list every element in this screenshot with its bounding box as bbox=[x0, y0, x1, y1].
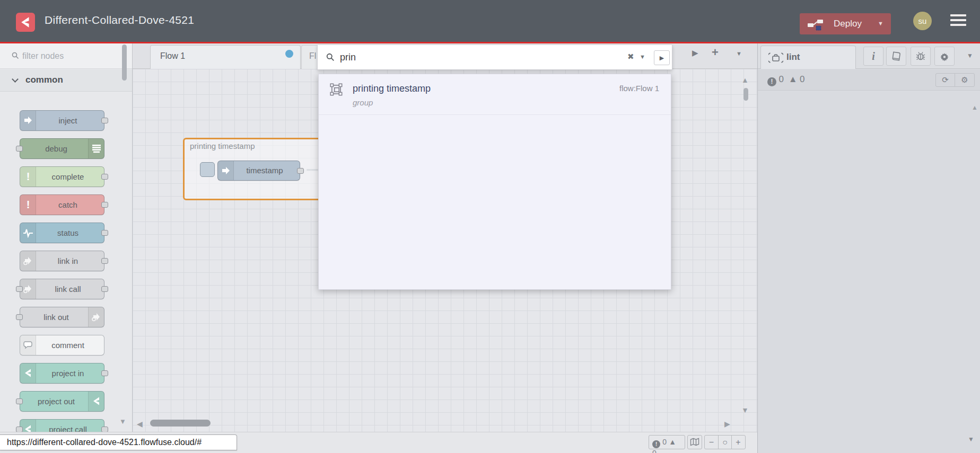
palette-node-debug[interactable]: debug bbox=[20, 138, 104, 159]
zoom-in-icon[interactable]: + bbox=[731, 436, 745, 449]
sidebar-tabs-caret-icon[interactable]: ▼ bbox=[967, 52, 973, 59]
gear-icon bbox=[939, 51, 950, 62]
palette-node-comment[interactable]: comment bbox=[20, 335, 104, 356]
main-menu-icon[interactable] bbox=[950, 14, 966, 28]
search-results-panel: printing timestamp group flow:Flow 1 bbox=[318, 74, 671, 290]
palette-node-project-out[interactable]: project out bbox=[20, 391, 104, 412]
inject-arrow-icon bbox=[218, 161, 234, 180]
canvas-node-label: timestamp bbox=[234, 161, 295, 180]
node-port-left bbox=[16, 146, 23, 152]
node-port-left bbox=[16, 314, 23, 320]
sidebar-scroll-up-icon[interactable]: ▲ bbox=[972, 104, 978, 111]
sidebar-tab-lint[interactable]: lint bbox=[760, 46, 856, 69]
node-port-right bbox=[101, 118, 108, 123]
zoom-out-icon[interactable]: − bbox=[705, 436, 718, 449]
canvas-scroll-down-icon[interactable]: ▼ bbox=[741, 406, 749, 414]
palette-scroll-down-icon[interactable]: ▼ bbox=[119, 418, 126, 425]
search-result-row[interactable]: printing timestamp group flow:Flow 1 bbox=[319, 74, 671, 115]
navigator-toggle[interactable] bbox=[687, 435, 702, 449]
sidebar-footer-caret-icon[interactable]: ▼ bbox=[968, 436, 974, 443]
node-port-right bbox=[101, 286, 108, 292]
palette-node-link-out[interactable]: link out bbox=[20, 307, 104, 327]
palette-node-label: catch bbox=[36, 195, 100, 215]
sidebar-tab-info[interactable]: i bbox=[863, 47, 883, 66]
palette-node-inject[interactable]: inject bbox=[20, 110, 104, 131]
info-icon: i bbox=[864, 47, 883, 65]
bug-icon bbox=[915, 51, 926, 61]
browser-status-tooltip: https://different-collared-dove-4521.flo… bbox=[0, 434, 237, 450]
footer-notification-counts[interactable]: ! 0 ▲ 0 bbox=[649, 435, 685, 449]
flowfuse-logo-glyph bbox=[19, 15, 32, 29]
lint-actions: ⟳⚙ bbox=[935, 73, 975, 87]
group-icon bbox=[329, 83, 344, 97]
palette-node-link-call[interactable]: link call bbox=[20, 279, 104, 299]
node-port-right bbox=[101, 258, 108, 264]
node-port-right bbox=[101, 174, 108, 180]
group-label: printing timestamp bbox=[190, 141, 255, 150]
exclamation-icon: ! bbox=[20, 195, 36, 215]
sidebar-tab-config[interactable] bbox=[934, 47, 955, 66]
category-label: common bbox=[25, 75, 63, 85]
tab-scroll-right-icon[interactable]: ▶ bbox=[692, 48, 698, 58]
deploy-button[interactable]: Deploy ▼ bbox=[800, 13, 891, 34]
comment-bubble-icon bbox=[20, 335, 36, 355]
palette-node-complete[interactable]: !complete bbox=[20, 166, 104, 187]
sidebar-tab-debug[interactable] bbox=[911, 47, 931, 66]
result-location: flow:Flow 1 bbox=[619, 84, 659, 93]
lint-settings-gear-icon[interactable]: ⚙ bbox=[955, 74, 974, 86]
palette-node-link-in[interactable]: link in bbox=[20, 251, 104, 271]
node-port-right bbox=[101, 370, 108, 376]
search-expand-button[interactable]: ▶ bbox=[654, 50, 670, 65]
node-port-output[interactable] bbox=[297, 168, 304, 174]
palette-node-status[interactable]: status bbox=[20, 223, 104, 243]
palette-node-label: inject bbox=[36, 111, 100, 130]
node-port-left bbox=[16, 286, 23, 292]
debug-list-icon bbox=[88, 139, 104, 158]
flowfuse-logo-icon[interactable] bbox=[16, 13, 35, 32]
palette-scrollbar-thumb[interactable] bbox=[122, 45, 127, 81]
canvas-vscrollbar-thumb[interactable] bbox=[743, 88, 748, 101]
zoom-reset-icon[interactable]: ○ bbox=[718, 436, 731, 449]
tab-flow-1[interactable]: Flow 1 bbox=[150, 45, 301, 69]
palette-node-project-in[interactable]: project in bbox=[20, 363, 104, 384]
clear-search-icon[interactable]: ✖ bbox=[627, 52, 634, 61]
canvas-scroll-right-icon[interactable]: ▶ bbox=[724, 420, 730, 428]
search-options-caret-icon[interactable]: ▼ bbox=[640, 54, 645, 60]
canvas-scroll-left-icon[interactable]: ◀ bbox=[137, 420, 143, 428]
lint-toolbar: ! 0 ▲ 0 ⟳⚙ bbox=[758, 69, 980, 91]
search-icon bbox=[326, 53, 335, 61]
add-flow-icon[interactable]: + bbox=[712, 46, 719, 59]
search-bar: ✖ ▼ ▶ bbox=[317, 45, 672, 70]
palette-divider[interactable] bbox=[132, 43, 133, 432]
instance-title: Different-Collared-Dove-4521 bbox=[45, 14, 194, 26]
canvas-scroll-up-icon[interactable]: ▲ bbox=[741, 76, 749, 84]
palette-node-label: project in bbox=[36, 363, 100, 383]
header: Different-Collared-Dove-4521 Deploy ▼ su bbox=[0, 0, 980, 42]
inject-trigger-button[interactable] bbox=[200, 162, 215, 177]
error-count-icon: ! bbox=[652, 440, 660, 448]
result-title: printing timestamp bbox=[353, 83, 431, 94]
sidebar-tab-help[interactable] bbox=[886, 47, 906, 66]
canvas-node-inject-timestamp[interactable]: timestamp bbox=[217, 161, 300, 181]
warning-icon: ▲ bbox=[669, 438, 676, 446]
palette-node-catch[interactable]: !catch bbox=[20, 194, 104, 215]
map-icon bbox=[690, 438, 699, 446]
search-dialog: ✖ ▼ ▶ printing timestamp group flow:Flow… bbox=[317, 45, 672, 290]
tab-flow-2-label: Fl bbox=[309, 51, 316, 61]
palette-node-label: link in bbox=[36, 251, 100, 271]
deploy-icon bbox=[807, 18, 824, 31]
refresh-icon[interactable]: ⟳ bbox=[936, 74, 955, 86]
sidebar-divider[interactable] bbox=[757, 43, 758, 453]
error-count-icon: ! bbox=[767, 77, 776, 86]
canvas-hscrollbar-thumb[interactable] bbox=[150, 420, 211, 427]
user-avatar[interactable]: su bbox=[913, 12, 932, 30]
warning-icon: ▲ bbox=[789, 74, 798, 84]
deploy-caret-icon[interactable]: ▼ bbox=[878, 20, 883, 26]
flow-list-caret-icon[interactable]: ▼ bbox=[736, 50, 742, 57]
palette-node-label: complete bbox=[36, 167, 100, 186]
filter-nodes-input[interactable] bbox=[21, 49, 122, 64]
palette-category-common[interactable]: common bbox=[0, 69, 132, 92]
search-input[interactable] bbox=[339, 49, 625, 65]
palette: common injectdebug!complete!catchstatusl… bbox=[0, 43, 132, 432]
flowfuse-logo-icon bbox=[88, 392, 104, 411]
